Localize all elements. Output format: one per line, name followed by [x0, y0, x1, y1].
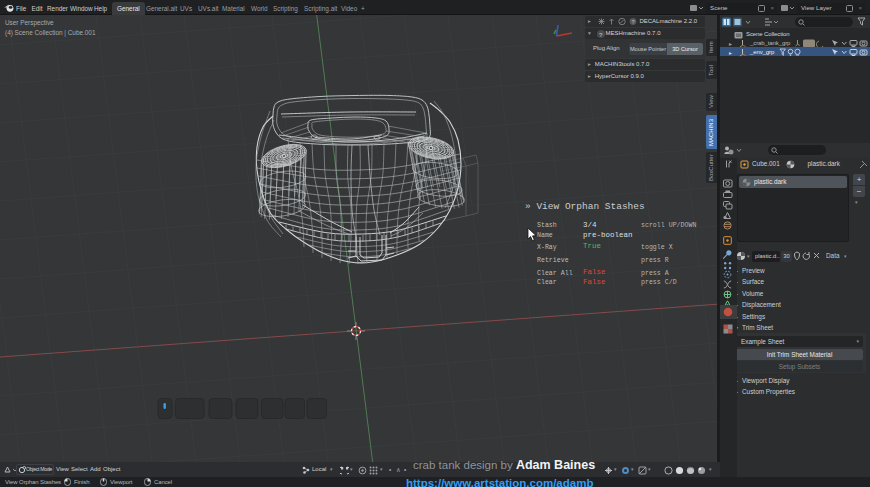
svg-text:?: ?	[631, 19, 634, 25]
